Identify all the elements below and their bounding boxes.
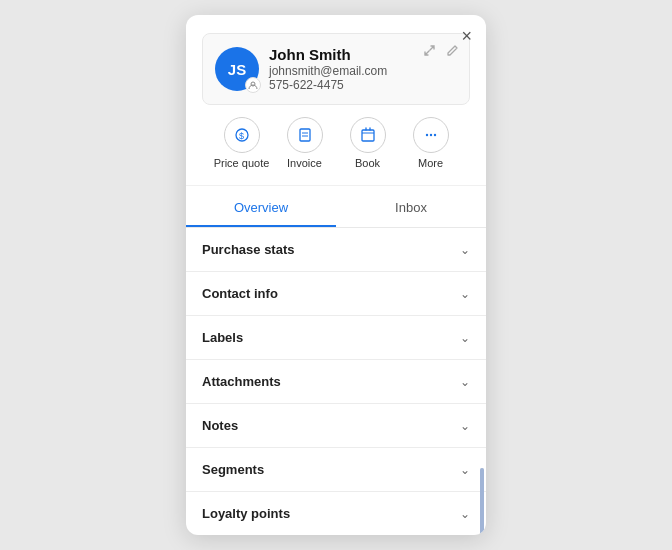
chevron-down-icon: ⌄ xyxy=(460,287,470,301)
tab-overview[interactable]: Overview xyxy=(186,190,336,227)
svg-rect-3 xyxy=(300,129,310,141)
tabs-row: Overview Inbox xyxy=(186,190,486,228)
expand-icon[interactable] xyxy=(421,42,438,62)
tab-inbox[interactable]: Inbox xyxy=(336,190,486,227)
accordion-contact-info[interactable]: Contact info ⌄ xyxy=(186,272,486,316)
profile-card: JS John Smith johnsmith@email.com 575-62… xyxy=(202,33,470,105)
scrollbar-thumb[interactable] xyxy=(480,468,484,535)
invoice-icon xyxy=(287,117,323,153)
book-label: Book xyxy=(355,157,380,169)
svg-rect-6 xyxy=(362,130,374,141)
more-label: More xyxy=(418,157,443,169)
svg-point-10 xyxy=(425,134,427,136)
close-button[interactable]: × xyxy=(461,27,472,45)
price-quote-icon: $ xyxy=(224,117,260,153)
accordion-notes-label: Notes xyxy=(202,418,238,433)
accordion-purchase-stats[interactable]: Purchase stats ⌄ xyxy=(186,228,486,272)
profile-section: JS John Smith johnsmith@email.com 575-62… xyxy=(186,15,486,186)
accordion-labels[interactable]: Labels ⌄ xyxy=(186,316,486,360)
svg-point-11 xyxy=(429,134,431,136)
accordion-notes[interactable]: Notes ⌄ xyxy=(186,404,486,448)
avatar: JS xyxy=(215,47,259,91)
price-quote-label: Price quote xyxy=(214,157,270,169)
chevron-down-icon: ⌄ xyxy=(460,507,470,521)
invoice-label: Invoice xyxy=(287,157,322,169)
svg-text:$: $ xyxy=(239,131,244,141)
accordion-loyalty-points-label: Loyalty points xyxy=(202,506,290,521)
accordion-purchase-stats-label: Purchase stats xyxy=(202,242,295,257)
accordion-attachments-label: Attachments xyxy=(202,374,281,389)
scrollbar-track xyxy=(480,468,484,515)
action-invoice[interactable]: Invoice xyxy=(273,117,336,169)
accordion-segments-label: Segments xyxy=(202,462,264,477)
book-icon xyxy=(350,117,386,153)
avatar-badge xyxy=(245,77,261,93)
chevron-down-icon: ⌄ xyxy=(460,463,470,477)
edit-icon[interactable] xyxy=(444,42,461,62)
action-price-quote[interactable]: $ Price quote xyxy=(210,117,273,169)
chevron-down-icon: ⌄ xyxy=(460,243,470,257)
contact-modal: × JS John Smith johnsmith@email.com 575-… xyxy=(186,15,486,535)
svg-point-12 xyxy=(433,134,435,136)
action-book[interactable]: Book xyxy=(336,117,399,169)
accordion-contact-info-label: Contact info xyxy=(202,286,278,301)
accordion-labels-label: Labels xyxy=(202,330,243,345)
actions-row: $ Price quote Invoice xyxy=(202,105,470,173)
chevron-down-icon: ⌄ xyxy=(460,375,470,389)
action-more[interactable]: More xyxy=(399,117,462,169)
profile-email: johnsmith@email.com xyxy=(269,64,457,78)
accordion-loyalty-points[interactable]: Loyalty points ⌄ xyxy=(186,492,486,535)
chevron-down-icon: ⌄ xyxy=(460,419,470,433)
more-icon xyxy=(413,117,449,153)
accordion-attachments[interactable]: Attachments ⌄ xyxy=(186,360,486,404)
accordion-list: Purchase stats ⌄ Contact info ⌄ Labels ⌄… xyxy=(186,228,486,535)
chevron-down-icon: ⌄ xyxy=(460,331,470,345)
profile-action-icons xyxy=(421,42,461,62)
profile-phone: 575-622-4475 xyxy=(269,78,457,92)
accordion-segments[interactable]: Segments ⌄ xyxy=(186,448,486,492)
